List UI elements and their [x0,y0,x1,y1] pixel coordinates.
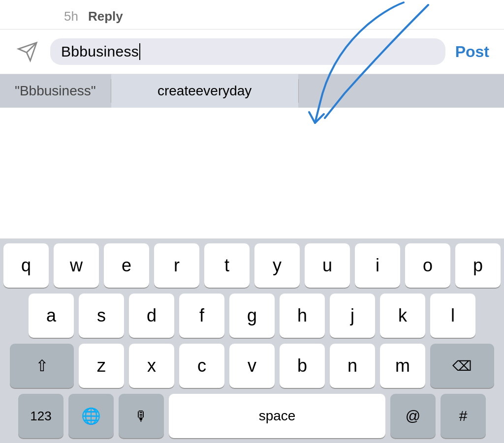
backspace-icon: ⌫ [452,358,472,374]
at-key[interactable]: @ [390,394,436,438]
top-area: 5h Reply [0,0,504,29]
key-s[interactable]: s [79,294,124,338]
key-v[interactable]: v [229,344,275,388]
shift-icon: ⇧ [35,356,49,375]
send-icon [15,39,40,64]
key-p[interactable]: p [455,243,501,288]
keyboard-row-3: ⇧ z x c v b n m ⌫ [2,344,502,388]
reply-button[interactable]: Reply [88,9,123,24]
autocorrect-item-1[interactable]: "Bbbusiness" [0,74,111,108]
key-a[interactable]: a [29,294,74,338]
keyboard-row-1: q w e r t y u i o p [2,243,502,288]
key-x[interactable]: x [129,344,174,388]
mic-key[interactable]: 🎙 [119,394,164,438]
paper-plane-icon [17,41,38,62]
key-o[interactable]: o [405,243,450,288]
text-cursor [139,43,140,60]
autocorrect-bar: "Bbbusiness" createeveryday [0,74,504,108]
key-g[interactable]: g [229,294,275,338]
key-d[interactable]: d [129,294,174,338]
key-q[interactable]: q [3,243,49,288]
autocorrect-divider-2 [298,79,299,103]
space-key[interactable]: space [169,394,385,438]
keyboard-row-2: a s d f g h j k l [2,294,502,338]
key-w[interactable]: w [54,243,99,288]
comment-time: 5h [64,9,78,24]
key-n[interactable]: n [330,344,375,388]
numbers-key[interactable]: 123 [18,394,63,438]
key-k[interactable]: k [380,294,425,338]
key-m[interactable]: m [380,344,425,388]
key-i[interactable]: i [355,243,400,288]
input-text: Bbbusiness [61,43,139,60]
key-j[interactable]: j [330,294,375,338]
key-h[interactable]: h [280,294,325,338]
key-z[interactable]: z [79,344,124,388]
input-field-wrapper[interactable]: Bbbusiness [50,38,445,65]
key-c[interactable]: c [179,344,224,388]
autocorrect-item-2[interactable]: createeveryday [111,74,298,108]
key-l[interactable]: l [430,294,475,338]
shift-key[interactable]: ⇧ [10,344,74,388]
keyboard: q w e r t y u i o p a s d f g h j k l ⇧ … [0,238,504,443]
key-y[interactable]: y [254,243,300,288]
key-b[interactable]: b [280,344,325,388]
key-r[interactable]: r [154,243,199,288]
globe-key[interactable]: 🌐 [68,394,114,438]
comment-meta: 5h Reply [0,0,504,29]
reply-input-bar: Bbbusiness Post [0,29,504,74]
keyboard-bottom-row: 123 🌐 🎙 space @ # [2,394,502,438]
post-button[interactable]: Post [455,41,489,63]
key-u[interactable]: u [305,243,350,288]
key-t[interactable]: t [204,243,250,288]
hash-key[interactable]: # [441,394,486,438]
key-e[interactable]: e [104,243,149,288]
key-f[interactable]: f [179,294,224,338]
backspace-key[interactable]: ⌫ [430,344,494,388]
